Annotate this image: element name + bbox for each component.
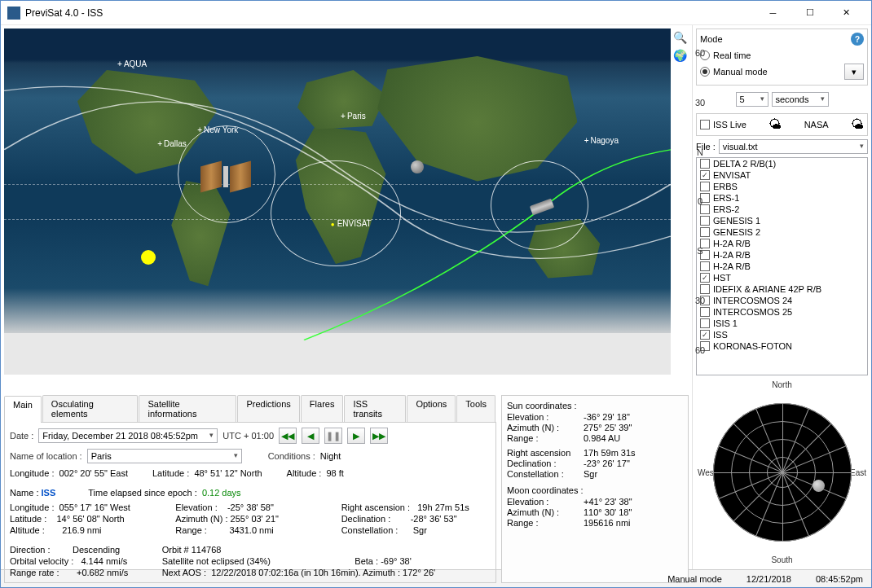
city-label: Nagoya	[584, 136, 619, 145]
zoom-icon[interactable]: 🔍	[672, 30, 687, 45]
sat-item[interactable]: DELTA 2 R/B(1)	[697, 158, 867, 169]
sat-item[interactable]: INTERCOSMOS 25	[697, 306, 867, 318]
sat-item[interactable]: H-2A R/B	[697, 238, 867, 249]
sat-item[interactable]: INTERCOSMOS 24	[697, 295, 867, 306]
pause-button[interactable]: ❚❚	[324, 428, 342, 444]
tab-tools[interactable]: Tools	[456, 395, 495, 422]
latitude-labels: 6030N0S3060	[692, 29, 708, 375]
sky-chart: North South West East	[696, 379, 868, 566]
status-date: 12/21/2018	[746, 574, 791, 584]
satellite-list[interactable]: DELTA 2 R/B(1)ENVISATERBSERS-1ERS-2GENES…	[696, 157, 868, 375]
city-label: AQUA	[117, 59, 147, 68]
city-label: Dallas	[157, 139, 187, 148]
sat-item[interactable]: ERS-2	[697, 204, 867, 215]
tab-bar: MainOsculating elementsSatellite informa…	[4, 395, 496, 423]
forward-fast-button[interactable]: ▶▶	[370, 428, 388, 444]
manual-radio[interactable]: Manual mode▾	[700, 62, 864, 81]
location-select[interactable]: Paris	[87, 449, 242, 463]
tab-options[interactable]: Options	[407, 395, 456, 422]
moon-marker	[411, 160, 424, 173]
tle-file-select[interactable]: visual.txt	[719, 139, 868, 154]
main-tab-panel: Date : Friday, December 21 2018 08:45:52…	[4, 423, 496, 583]
sun-marker	[141, 250, 156, 265]
sat-item[interactable]: IDEFIX & ARIANE 42P R/B	[697, 283, 867, 295]
step-unit-select[interactable]: seconds	[772, 92, 829, 107]
tab-osculating-elements[interactable]: Osculating elements	[42, 395, 139, 422]
nasa-sun-icon[interactable]: 🌤	[769, 117, 782, 132]
titlebar: PreviSat 4.0 - ISS ─ ☐ ✕	[1, 1, 871, 25]
mode-panel: Mode? Real time Manual mode▾	[696, 29, 868, 86]
status-time: 08:45:52pm	[816, 574, 863, 584]
weather-icon[interactable]: 🌤	[851, 117, 864, 132]
close-button[interactable]: ✕	[828, 1, 865, 24]
date-label: Date :	[10, 431, 33, 441]
play-button[interactable]: ▶	[347, 428, 365, 444]
tab-predictions[interactable]: Predictions	[237, 395, 299, 422]
sat-item[interactable]: GENESIS 1	[697, 215, 867, 226]
tab-iss-transits[interactable]: ISS transits	[344, 395, 406, 422]
maximize-button[interactable]: ☐	[791, 1, 828, 24]
tab-main[interactable]: Main	[4, 396, 42, 423]
realtime-radio[interactable]: Real time	[700, 49, 864, 62]
globe-icon[interactable]: 🌍	[672, 48, 687, 63]
city-label: New York	[197, 125, 238, 134]
mode-dropdown-button[interactable]: ▾	[844, 64, 864, 80]
sat-item[interactable]: ISS	[697, 329, 867, 340]
app-icon	[7, 7, 20, 20]
city-label: Paris	[341, 112, 366, 121]
world-map[interactable]: AQUANew YorkDallasParisNagoya ENVISAT 15…	[4, 29, 671, 375]
utc-offset: UTC + 01:00	[222, 431, 274, 441]
date-field[interactable]: Friday, December 21 2018 08:45:52pm	[38, 428, 218, 443]
iss-marker	[197, 160, 254, 193]
sat-item[interactable]: ERS-1	[697, 192, 867, 204]
map-sat-label: ENVISAT	[331, 219, 372, 228]
sat-item[interactable]: H-2A R/B	[697, 261, 867, 272]
location-label: Name of location :	[10, 451, 82, 461]
sat-item[interactable]: GENESIS 2	[697, 226, 867, 238]
sat-item[interactable]: HST	[697, 272, 867, 283]
sat-item[interactable]: ENVISAT	[697, 169, 867, 181]
sat-item[interactable]: H-2A R/B	[697, 249, 867, 261]
status-mode: Manual mode	[667, 574, 722, 584]
rewind-button[interactable]: ◀	[302, 428, 319, 444]
moon-sky-marker	[813, 480, 825, 492]
sat-item[interactable]: ISIS 1	[697, 318, 867, 329]
step-value-select[interactable]: 5	[736, 92, 769, 107]
rewind-fast-button[interactable]: ◀◀	[279, 428, 297, 444]
sun-moon-panel: Sun coordinates : Elevation :-36° 29' 18…	[501, 395, 689, 583]
sat-item[interactable]: ERBS	[697, 181, 867, 192]
conditions-label: Conditions :	[268, 451, 315, 461]
satellite-name: ISS	[42, 488, 56, 498]
tab-satellite-informations[interactable]: Satellite informations	[139, 395, 236, 422]
sat-item[interactable]: KORONAS-FOTON	[697, 340, 867, 352]
tab-flares[interactable]: Flares	[301, 395, 344, 422]
help-icon[interactable]: ?	[851, 33, 864, 46]
conditions-value: Night	[320, 451, 341, 461]
window-title: PreviSat 4.0 - ISS	[25, 7, 755, 19]
minimize-button[interactable]: ─	[755, 1, 791, 24]
